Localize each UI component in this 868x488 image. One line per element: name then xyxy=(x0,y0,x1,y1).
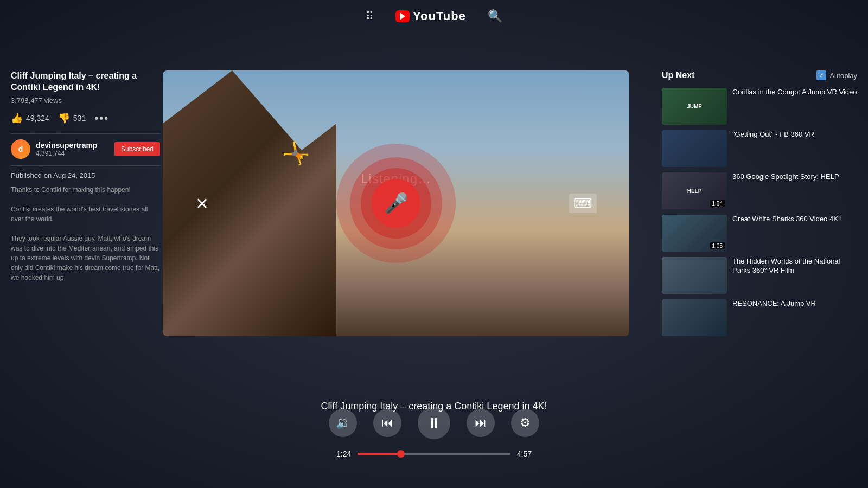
more-button[interactable]: ••• xyxy=(94,112,109,125)
yt-icon-box xyxy=(395,10,410,22)
keyboard-button[interactable]: ⌨ xyxy=(569,194,597,213)
video-info: Gorillas in the Congo: A Jump VR Video xyxy=(732,88,857,125)
video-info: The Hidden Worlds of the National Parks … xyxy=(732,257,857,294)
thumbnail: HELP 1:54 xyxy=(662,172,727,209)
grid-icon[interactable]: ⠿ xyxy=(366,10,374,23)
progress-fill xyxy=(358,453,400,455)
right-sidebar: Up Next ✓ Autoplay JUMP Gorillas in the … xyxy=(662,70,857,342)
volume-icon: 🔉 xyxy=(336,416,350,430)
autoplay-checkbox: ✓ xyxy=(816,70,826,80)
volume-button[interactable]: 🔉 xyxy=(329,409,357,437)
video-title-right: RESONANCE: A Jump VR xyxy=(732,299,857,309)
list-item[interactable]: The Hidden Worlds of the National Parks … xyxy=(662,257,857,294)
settings-button[interactable]: ⚙ xyxy=(511,409,539,437)
description: Thanks to Contiki for making this happen… xyxy=(11,185,160,282)
video-title-right: Great White Sharks 360 Video 4K!! xyxy=(732,215,857,224)
dislike-count: 531 xyxy=(73,114,86,123)
video-frame: 🤸 Listening… ✕ 🎤 ⌨ xyxy=(163,70,629,336)
progress-bar-container: 1:24 4:57 xyxy=(336,450,532,458)
current-time: 1:24 xyxy=(336,450,351,458)
autoplay-label: Autoplay xyxy=(829,72,857,80)
progress-thumb xyxy=(397,450,405,458)
youtube-wordmark: YouTube xyxy=(413,9,466,23)
list-item[interactable]: JUMP Gorillas in the Congo: A Jump VR Vi… xyxy=(662,88,857,125)
skip-forward-icon: ⏭ xyxy=(475,416,487,430)
subscribe-button[interactable]: Subscribed xyxy=(114,142,160,156)
subscriber-count: 4,391,744 xyxy=(36,150,109,157)
skip-back-icon: ⏮ xyxy=(381,416,393,430)
dislike-button[interactable]: 👎 531 xyxy=(58,112,86,124)
thumbnail xyxy=(662,299,727,336)
video-title: Cliff Jumping Italy – creating a Contiki… xyxy=(11,70,160,93)
avatar: d xyxy=(11,139,30,159)
pause-icon: ⏸ xyxy=(427,415,441,432)
check-icon: ✓ xyxy=(819,72,824,79)
list-item[interactable]: RESONANCE: A Jump VR xyxy=(662,299,857,336)
thumbnail: JUMP xyxy=(662,88,727,125)
channel-row: d devinsupertramp 4,391,744 Subscribed xyxy=(11,139,160,159)
search-icon[interactable]: 🔍 xyxy=(488,9,502,23)
left-sidebar: Cliff Jumping Italy – creating a Contiki… xyxy=(11,70,160,282)
video-info: 360 Google Spotlight Story: HELP xyxy=(732,172,857,209)
up-next-header: Up Next ✓ Autoplay xyxy=(662,70,857,80)
close-button[interactable]: ✕ xyxy=(195,194,209,213)
divider-2 xyxy=(11,165,160,166)
video-player: 🤸 Listening… ✕ 🎤 ⌨ xyxy=(163,70,629,336)
thumbnail xyxy=(662,257,727,294)
like-button[interactable]: 👍 49,324 xyxy=(11,112,49,124)
duration-badge: 1:05 xyxy=(710,242,725,249)
video-title-right: The Hidden Worlds of the National Parks … xyxy=(732,257,857,275)
thumbs-down-icon: 👎 xyxy=(58,112,70,124)
microphone-icon: 🎤 xyxy=(384,192,409,215)
like-count: 49,324 xyxy=(26,114,49,123)
gear-icon: ⚙ xyxy=(520,416,531,430)
mic-button[interactable]: 🎤 xyxy=(372,179,420,228)
next-button[interactable]: ⏭ xyxy=(467,409,495,437)
channel-name[interactable]: devinsupertramp xyxy=(36,141,109,150)
like-bar: 👍 49,324 👎 531 ••• xyxy=(11,112,160,125)
thumbnail: 1:05 xyxy=(662,215,727,252)
video-title-right: 360 Google Spotlight Story: HELP xyxy=(732,172,857,182)
list-item[interactable]: 1:05 Great White Sharks 360 Video 4K!! xyxy=(662,215,857,252)
youtube-logo[interactable]: YouTube xyxy=(395,9,466,23)
pause-button[interactable]: ⏸ xyxy=(418,407,450,439)
top-nav: ⠿ YouTube 🔍 xyxy=(0,0,868,33)
controls-bar: 🔉 ⏮ ⏸ ⏭ ⚙ xyxy=(329,407,539,439)
video-title-right: "Getting Out" - FB 360 VR xyxy=(732,130,857,139)
video-title-right: Gorillas in the Congo: A Jump VR Video xyxy=(732,88,857,97)
thumbs-up-icon: 👍 xyxy=(11,112,23,124)
rock-texture xyxy=(163,70,336,336)
channel-info: devinsupertramp 4,391,744 xyxy=(36,141,109,157)
mic-overlay: 🎤 xyxy=(372,179,420,228)
autoplay-toggle[interactable]: ✓ Autoplay xyxy=(816,70,857,80)
up-next-label: Up Next xyxy=(662,70,694,80)
total-time: 4:57 xyxy=(517,450,532,458)
progress-track[interactable] xyxy=(358,453,510,455)
prev-button[interactable]: ⏮ xyxy=(373,409,401,437)
thumbnail xyxy=(662,130,727,167)
divider xyxy=(11,133,160,134)
video-info: "Getting Out" - FB 360 VR xyxy=(732,130,857,167)
video-info: RESONANCE: A Jump VR xyxy=(732,299,857,336)
yt-play-icon xyxy=(400,12,405,20)
published-date: Published on Aug 24, 2015 xyxy=(11,171,160,179)
video-info: Great White Sharks 360 Video 4K!! xyxy=(732,215,857,252)
list-item[interactable]: HELP 1:54 360 Google Spotlight Story: HE… xyxy=(662,172,857,209)
view-count: 3,798,477 views xyxy=(11,97,160,105)
list-item[interactable]: "Getting Out" - FB 360 VR xyxy=(662,130,857,167)
duration-badge: 1:54 xyxy=(710,200,725,207)
